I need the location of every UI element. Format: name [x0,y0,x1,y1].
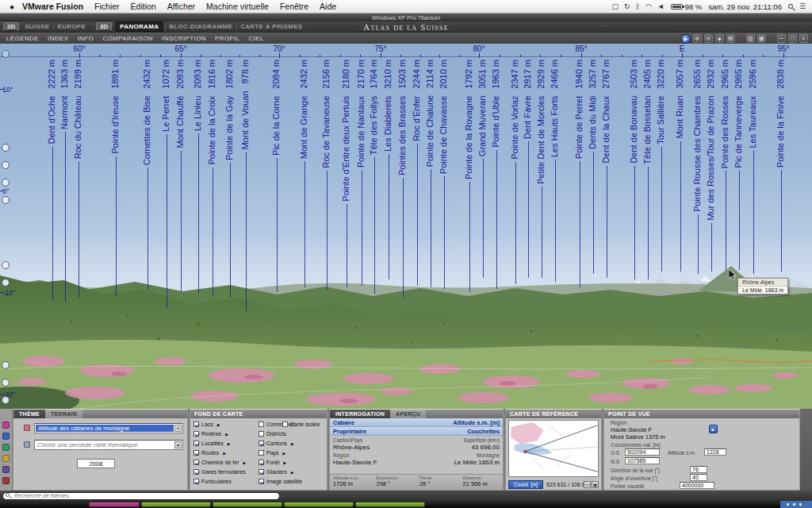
app-menu-ciel[interactable]: CIEL [248,35,263,42]
panorama-tool-icon[interactable] [2,50,10,58]
tab-interrogation[interactable]: INTERROGATION [330,410,390,418]
panel-strip-icon[interactable] [2,433,10,440]
basemap-option-rivieres[interactable]: Rivières▶ [193,431,228,437]
system-tray[interactable] [780,501,812,508]
basemap-option-districts[interactable]: Districts [259,431,286,437]
ns-input[interactable]: 107585 [625,457,660,464]
style-arrow-icon[interactable]: ▶ [243,460,246,465]
menubar-clock[interactable]: sam. 29 nov. 21:11:06 [708,2,782,11]
zoom-out-icon[interactable]: ⊖ [704,34,713,43]
tab-apercu[interactable]: APERÇU [390,410,426,418]
app-menu-index[interactable]: INDEX [48,35,68,42]
style-arrow-icon[interactable]: ▶ [223,451,226,456]
panel-strip-icon[interactable] [2,455,10,462]
bluetooth-icon[interactable]: ᛒ [635,2,639,10]
app-menu-legende[interactable]: LÉGENDE [6,35,39,42]
basemap-option-chemins-de-fer[interactable]: Chemins de fer▶ [193,460,246,465]
fly-to-icon[interactable]: ▶ [709,425,718,433]
taskbar-button[interactable] [89,502,140,507]
panorama-tool-icon[interactable] [2,196,10,204]
basemap-option-image-satellite[interactable]: Image satellite [259,479,302,484]
style-arrow-icon[interactable]: ▶ [291,441,294,446]
pan-icon[interactable]: ◈ [715,34,724,43]
year-input[interactable]: 2008 [77,459,115,468]
panorama-tool-icon[interactable] [2,144,10,152]
taskbar-button[interactable] [141,502,211,507]
battery-indicator[interactable]: 98 % [671,2,703,11]
basemap-option-carte-isolee[interactable]: Carte isolée [282,421,320,427]
panorama-tool-icon[interactable] [2,396,10,404]
clear-theme-button[interactable]: × [174,425,182,432]
app-menu-comparaison[interactable]: COMPARAISON [102,35,153,42]
reference-map[interactable] [508,420,599,477]
basemap-option-localites[interactable]: Localités▶ [193,441,231,446]
taskbar-button[interactable] [213,502,282,507]
basemap-option-glaciers[interactable]: Glaciers▶ [259,469,294,475]
app-menu-info[interactable]: INFO [78,35,94,42]
app-menu-profil[interactable]: PROFIL [215,35,239,42]
sync-icon[interactable]: ↻ [624,2,630,10]
map-grid-icon[interactable]: ▣ [592,481,599,488]
panel-strip-icon[interactable] [2,466,10,473]
nav-item-bloc-diagramme[interactable]: BLOC-DIAGRAMME [167,23,235,30]
menu-item-afficher[interactable]: Afficher [167,2,195,11]
nav-item-europe[interactable]: EUROPE [55,23,88,30]
layers-icon[interactable]: ▦ [757,34,766,43]
menubar-app-name[interactable]: VMware Fusion [22,2,83,11]
basemap-option-pays[interactable]: Pays▶ [259,450,285,456]
tab-theme[interactable]: THÈME [13,410,45,418]
spotlight-icon[interactable] [788,4,793,9]
display-icon[interactable]: ▢ [611,2,619,10]
basemap-option-lacs[interactable]: Lacs▶ [193,421,220,427]
app-menu-inscription[interactable]: INSCRIPTION [162,35,206,42]
page-icon[interactable]: ▥ [746,34,755,43]
taskbar-button[interactable] [284,502,354,507]
panorama-view[interactable]: 60°65°70°75°80°85°E95° 10°0°-10°-20° Den… [0,44,812,409]
panorama-tool-icon[interactable] [2,261,10,269]
panel-scroll-area[interactable] [800,409,812,491]
menu-item-edition[interactable]: Édition [131,2,156,11]
chevron-down-icon[interactable]: ▼ [174,441,182,448]
theme-select[interactable]: Altitude des cabanes de montagne × [34,423,183,433]
direction-input[interactable]: 76 [690,466,707,473]
close-icon[interactable]: × [799,34,808,43]
volume-icon[interactable]: ◄ [657,2,665,10]
search-input[interactable] [2,492,280,500]
style-arrow-icon[interactable]: ▶ [283,460,286,465]
menu-item-aide[interactable]: Aide [320,2,336,11]
menu-item-fichier[interactable]: Fichier [94,2,120,11]
apple-icon[interactable]: ● [0,2,22,11]
panorama-tool-icon[interactable] [2,379,10,387]
notification-center-icon[interactable]: ☰ [799,2,806,10]
mode-2d-button[interactable]: 2D [3,22,19,31]
tab-terrain[interactable]: TERRAIN [45,410,82,418]
basemap-option-cantons[interactable]: Cantons▶ [259,441,294,446]
print-icon[interactable]: ▤ [726,34,735,43]
coord-button[interactable]: Coord. [m] [508,480,543,489]
basemap-option-gares-ferroviaires[interactable]: Gares ferroviaires [193,469,246,475]
basemap-option-funiculaires[interactable]: Funiculaires [193,479,232,484]
mode-3d-button[interactable]: 3D [96,22,112,31]
panorama-tool-icon[interactable] [2,161,10,169]
play-icon[interactable]: ▶ [681,34,691,44]
nav-item-panorama[interactable]: PANORAMA [115,21,163,32]
basemap-option-routes[interactable]: Routes▶ [193,450,226,456]
taskbar-button[interactable] [355,502,425,507]
angle-input[interactable]: 40 [690,474,707,481]
zoom-in-icon[interactable]: ⊕ [693,34,702,43]
style-arrow-icon[interactable]: ▶ [228,441,231,446]
panorama-tool-icon[interactable] [2,279,10,287]
style-arrow-icon[interactable]: ▶ [291,470,294,475]
style-arrow-icon[interactable]: ▶ [217,422,220,427]
alt-input[interactable]: 1228 [704,448,726,456]
panorama-tool-icon[interactable] [2,179,10,187]
map-tool-icon[interactable]: ▭ [584,481,591,488]
restore-icon[interactable]: □ [788,34,797,43]
oe-input[interactable]: 502094 [625,448,660,456]
nav-item-suisse[interactable]: SUISSE [22,23,52,30]
wifi-icon[interactable]: ◠ [645,2,652,10]
nav-item-carte-a-prismes[interactable]: CARTE À PRISMES [238,23,304,30]
minimize-icon[interactable]: ─ [777,34,786,43]
second-theme-select[interactable]: Choisir une seconde carte thématique ▼ [34,440,183,450]
basemap-option-foret[interactable]: Forêt▶ [259,460,286,465]
